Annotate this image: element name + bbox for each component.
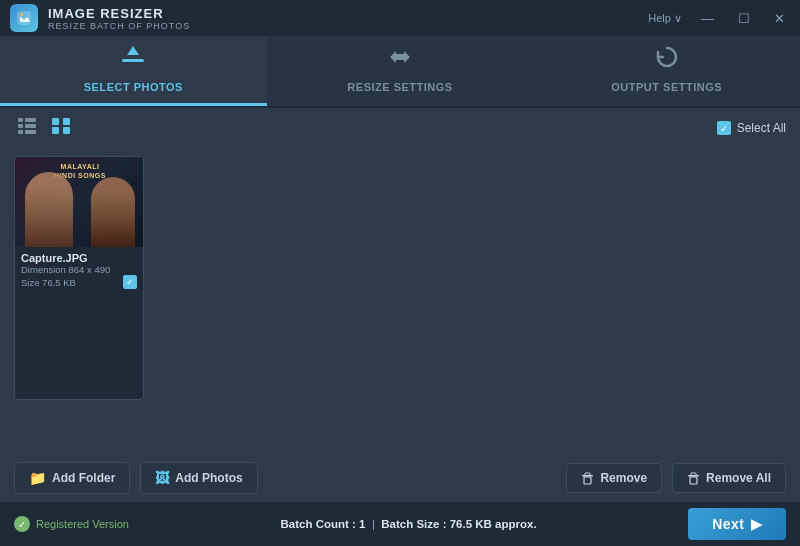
add-photos-label: Add Photos [175, 471, 242, 485]
next-button[interactable]: Next ▶ [688, 508, 786, 540]
view-toggles [14, 116, 74, 140]
action-left: 📁 Add Folder 🖼 Add Photos [14, 462, 258, 494]
photo-dimension: Dimension 864 x 490 [21, 264, 137, 275]
resize-settings-icon [386, 43, 414, 76]
remove-all-label: Remove All [706, 471, 771, 485]
add-folder-button[interactable]: 📁 Add Folder [14, 462, 130, 494]
grid-view-button[interactable] [48, 116, 74, 140]
select-all-checkbox[interactable]: ✓ [717, 121, 731, 135]
list-item[interactable]: MALAYALIHINDI SONGS Capture.JPG Dimensio… [14, 156, 144, 400]
toolbar-row: ✓ Select All [0, 108, 800, 148]
registered-label: Registered Version [36, 518, 129, 530]
svg-rect-9 [52, 118, 59, 125]
svg-rect-16 [690, 477, 697, 484]
status-registered: ✓ Registered Version [14, 516, 129, 532]
title-text-group: IMAGE RESIZER RESIZE BATCH OF PHOTOS [48, 6, 190, 31]
next-label: Next [712, 516, 744, 532]
add-photos-button[interactable]: 🖼 Add Photos [140, 462, 257, 494]
svg-rect-0 [17, 11, 31, 25]
action-right: Remove Remove All [566, 463, 786, 493]
svg-point-1 [20, 13, 23, 16]
tab-resize-settings[interactable]: RESIZE SETTINGS [267, 36, 534, 106]
list-view-button[interactable] [14, 116, 40, 140]
svg-rect-8 [25, 130, 36, 134]
svg-rect-3 [18, 118, 23, 122]
action-bar: 📁 Add Folder 🖼 Add Photos Remove Remove … [0, 454, 800, 502]
photo-info: Capture.JPG Dimension 864 x 490 Size 76.… [15, 247, 143, 294]
title-bar-controls: Help ∨ — ☐ ✕ [648, 9, 790, 28]
photo-grid: MALAYALIHINDI SONGS Capture.JPG Dimensio… [0, 148, 800, 408]
help-button[interactable]: Help ∨ [648, 12, 682, 25]
tab-resize-label: RESIZE SETTINGS [347, 81, 452, 93]
tab-select-label: SELECT PHOTOS [84, 81, 183, 93]
tab-select-photos[interactable]: SELECT PHOTOS [0, 36, 267, 106]
app-subtitle: RESIZE BATCH OF PHOTOS [48, 21, 190, 31]
batch-size-value: 76.5 KB approx. [450, 518, 537, 530]
batch-count-value: 1 [359, 518, 365, 530]
photo-checkbox[interactable]: ✓ [123, 275, 137, 289]
title-bar-left: IMAGE RESIZER RESIZE BATCH OF PHOTOS [10, 4, 190, 32]
svg-rect-12 [63, 127, 70, 134]
tab-output-label: OUTPUT SETTINGS [611, 81, 722, 93]
thumb-figure-left [25, 172, 73, 247]
add-folder-label: Add Folder [52, 471, 115, 485]
svg-rect-13 [582, 475, 593, 477]
close-button[interactable]: ✕ [769, 9, 790, 28]
minimize-button[interactable]: — [696, 9, 719, 28]
select-all-label: Select All [737, 121, 786, 135]
svg-rect-15 [688, 475, 699, 477]
remove-all-button[interactable]: Remove All [672, 463, 786, 493]
trash-all-icon [687, 472, 700, 485]
app-icon [10, 4, 38, 32]
batch-size-label: Batch Size : [381, 518, 446, 530]
tab-output-settings[interactable]: OUTPUT SETTINGS [533, 36, 800, 106]
svg-rect-6 [25, 124, 36, 128]
status-bar: ✓ Registered Version Batch Count : 1 | B… [0, 502, 800, 546]
svg-rect-4 [25, 118, 36, 122]
registered-icon: ✓ [14, 516, 30, 532]
remove-button[interactable]: Remove [566, 463, 662, 493]
svg-rect-14 [584, 477, 591, 484]
remove-label: Remove [600, 471, 647, 485]
photo-name: Capture.JPG [21, 252, 137, 264]
folder-icon: 📁 [29, 470, 46, 486]
trash-icon [581, 472, 594, 485]
svg-rect-7 [18, 130, 23, 134]
photo-icon: 🖼 [155, 470, 169, 486]
photo-size-row: Size 76.5 KB ✓ [21, 275, 137, 289]
thumb-figure-right [91, 177, 135, 247]
svg-rect-11 [52, 127, 59, 134]
select-all-area[interactable]: ✓ Select All [717, 121, 786, 135]
next-arrow-icon: ▶ [751, 516, 763, 532]
photo-size: Size 76.5 KB [21, 277, 76, 288]
app-title: IMAGE RESIZER [48, 6, 190, 21]
tab-bar: SELECT PHOTOS RESIZE SETTINGS OUTPUT SET… [0, 36, 800, 108]
svg-rect-10 [63, 118, 70, 125]
svg-rect-5 [18, 124, 23, 128]
status-batch-info: Batch Count : 1 | Batch Size : 76.5 KB a… [281, 518, 537, 530]
maximize-button[interactable]: ☐ [733, 9, 755, 28]
svg-rect-2 [122, 59, 144, 62]
select-photos-icon [119, 43, 147, 76]
batch-count-label: Batch Count : [281, 518, 356, 530]
photo-thumbnail: MALAYALIHINDI SONGS [15, 157, 144, 247]
output-settings-icon [653, 43, 681, 76]
title-bar: IMAGE RESIZER RESIZE BATCH OF PHOTOS Hel… [0, 0, 800, 36]
